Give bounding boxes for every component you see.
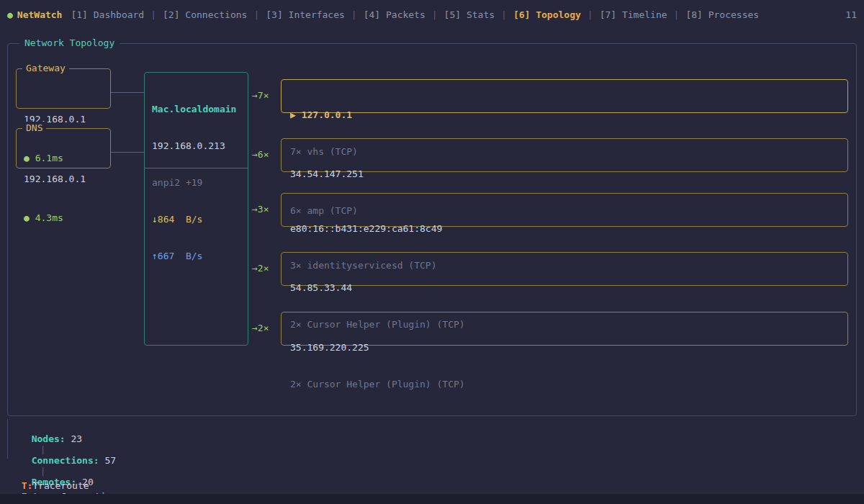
help-traceroute: T:Traceroute (22, 480, 89, 491)
dns-latency: ● 4.3ms (24, 212, 103, 225)
tab-processes[interactable]: [8] Processes (685, 9, 759, 20)
remote-ip: e80:16::b431:e229:ca61:8c49 (290, 222, 839, 235)
host-download-rate: ↓864 B/s (152, 213, 240, 225)
tab-separator: | (674, 9, 680, 20)
gateway-label: Gateway (22, 62, 69, 75)
tab-separator: | (588, 9, 593, 20)
panel-title: Network Topology (19, 37, 120, 48)
tab-stats[interactable]: [5] Stats (444, 9, 495, 20)
nodes-label: Nodes: (32, 433, 66, 444)
nodes-count: 23 (71, 433, 82, 444)
host-ip: 192.168.0.213 (152, 140, 240, 152)
remote-ip: 35.169.220.225 (290, 341, 839, 354)
tab-timeline[interactable]: [7] Timeline (600, 9, 667, 20)
connection-arrow: →6× (252, 149, 279, 160)
gateway-node-card: Gateway 192.168.0.1 ● 6.1ms (16, 68, 111, 109)
connections-label: Connections: (32, 455, 99, 466)
tab-packets[interactable]: [4] Packets (364, 9, 426, 20)
selection-marker-icon: ▶ (290, 109, 302, 120)
tab-overflow-count: 11 (845, 9, 857, 20)
tab-separator: | (501, 9, 507, 20)
status-separator: | (40, 444, 46, 455)
host-interface: anpi2 +19 (152, 176, 240, 189)
help-key: T: (22, 480, 33, 491)
gateway-connector-line (111, 92, 144, 93)
bottom-strip (0, 494, 864, 504)
connection-arrow: →7× (252, 90, 279, 101)
tab-interfaces[interactable]: [3] Interfaces (266, 9, 345, 20)
host-upload-rate: ↑667 B/s (152, 250, 240, 262)
remote-node-card-selected[interactable]: ▶ 127.0.0.1 7× vhs (TCP) (281, 79, 848, 113)
host-divider (145, 168, 248, 168)
dns-label: DNS (22, 122, 46, 135)
dns-connector-line (111, 152, 144, 153)
tab-separator: | (253, 9, 259, 20)
tab-separator: | (432, 9, 438, 20)
remote-node-card[interactable]: e80:16::b431:e229:ca61:8c49 3× identitys… (281, 193, 848, 227)
help-action: Traceroute (32, 480, 89, 491)
remote-ip: 54.85.33.44 (290, 282, 839, 294)
connections-count: 57 (104, 455, 116, 466)
top-bar: ● NetWatch [1] Dashboard | [2] Connectio… (0, 0, 864, 29)
remote-node-card[interactable]: 35.169.220.225 2× Cursor Helper (Plugin)… (281, 312, 848, 346)
tab-separator: | (351, 9, 357, 20)
remote-detail: 2× Cursor Helper (Plugin) (TCP) (290, 378, 839, 390)
host-name: Mac.localdomain (152, 103, 240, 115)
app-title: NetWatch (17, 9, 63, 20)
remote-node-card[interactable]: 34.54.147.251 6× amp (TCP) (281, 138, 848, 172)
connection-arrow: →2× (252, 323, 279, 333)
tab-separator: | (150, 9, 156, 20)
app-status-icon: ● (7, 9, 13, 20)
remote-ip-text: 127.0.0.1 (302, 109, 352, 120)
connection-arrow: →2× (252, 263, 279, 274)
tab-connections[interactable]: [2] Connections (163, 9, 247, 20)
dns-node-card: DNS 192.168.0.1 ● 4.3ms (16, 128, 111, 168)
connection-arrow: →3× (252, 204, 279, 215)
local-host-card: Mac.localdomain 192.168.0.213 anpi2 +19 … (144, 72, 248, 346)
dns-ip: 192.168.0.1 (24, 173, 103, 186)
tab-dashboard[interactable]: [1] Dashboard (71, 9, 144, 20)
tab-topology-active[interactable]: [6] Topology (513, 9, 581, 20)
remote-node-card[interactable]: 54.85.33.44 2× Cursor Helper (Plugin) (T… (281, 252, 848, 286)
remote-ip: 34.54.147.251 (290, 168, 839, 180)
status-panel (7, 419, 857, 459)
remote-ip: ▶ 127.0.0.1 (290, 109, 839, 121)
